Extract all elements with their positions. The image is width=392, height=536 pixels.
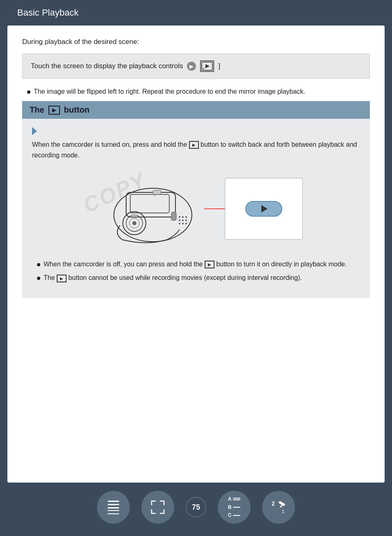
section-header-suffix: button (64, 105, 90, 115)
svg-point-13 (179, 219, 180, 221)
svg-point-11 (182, 216, 184, 218)
svg-point-17 (182, 223, 184, 224)
svg-rect-5 (130, 194, 169, 213)
svg-point-12 (185, 216, 187, 218)
section-header-prefix: The (30, 105, 44, 115)
gray-bullets: When the camcorder is off, you can press… (32, 259, 360, 282)
arrow-right-icon: ▶ (187, 62, 196, 71)
gray-section: When the camcorder is turned on, press a… (22, 119, 370, 298)
expand-button[interactable] (141, 491, 174, 524)
connector-line (204, 208, 225, 209)
svg-point-10 (179, 216, 180, 218)
svg-point-3 (114, 188, 192, 242)
expand-icon (150, 499, 166, 515)
svg-text:1: 1 (282, 509, 284, 514)
bullet-item-recording: The ▶ button cannot be used while record… (37, 274, 360, 282)
connector (204, 208, 225, 209)
menu-button[interactable] (97, 491, 130, 524)
bullet-dot (27, 90, 30, 94)
svg-point-18 (185, 223, 187, 224)
page-number-badge: 75 (186, 497, 206, 518)
inline-play-icon-2: ▶ (205, 261, 214, 268)
bookmark-button[interactable]: 2 1 (262, 491, 295, 524)
bullet-text-off: When the camcorder is off, you can press… (44, 261, 347, 268)
touch-screen-text: Touch the screen to display the playback… (31, 62, 183, 70)
svg-point-14 (182, 219, 184, 221)
svg-rect-19 (171, 212, 176, 220)
svg-rect-4 (126, 192, 175, 217)
page-title: Basic Playback (17, 7, 78, 18)
title-bar: Basic Playback (0, 0, 392, 25)
inline-play-icon-3: ▶ (57, 275, 67, 282)
abc-list-icon: A B C (228, 496, 241, 519)
svg-rect-21 (153, 190, 161, 194)
svg-text:2: 2 (272, 500, 275, 507)
svg-marker-1 (205, 64, 210, 68)
svg-point-16 (179, 223, 180, 224)
svg-line-2 (203, 67, 204, 69)
bullet-item-off: When the camcorder is off, you can press… (37, 261, 360, 268)
abc-index-button[interactable]: A B C (218, 491, 251, 524)
bullet-text-mirror: The image will be flipped left to right.… (34, 88, 305, 95)
bullet-dot-2 (37, 277, 40, 280)
svg-point-15 (185, 219, 187, 221)
gray-section-main-text: When the camcorder is turned on, press a… (32, 139, 360, 160)
inline-play-icon-1: ▶ (189, 141, 199, 149)
touch-screen-box: Touch the screen to display the playback… (22, 53, 370, 79)
intro-text: During playback of the desired scene: (22, 38, 370, 46)
diagram-area: COPY (32, 168, 360, 250)
section-marker (32, 127, 37, 135)
menu-lines-icon (108, 501, 119, 508)
section-wrapper: The ▶ button When the camcorder is turne… (22, 101, 370, 298)
bullet-dot-1 (37, 263, 40, 266)
page-number-area: 75 (186, 497, 206, 518)
page-number: 75 (192, 503, 200, 512)
play-button-icon: ▶ (48, 106, 60, 115)
section-header: The ▶ button (22, 101, 370, 119)
play-triangle-icon (261, 205, 267, 213)
svg-point-9 (132, 221, 136, 225)
svg-line-32 (280, 505, 283, 507)
bullet-text-recording: The ▶ button cannot be used while record… (44, 274, 302, 282)
main-content: During playback of the desired scene: To… (7, 25, 385, 483)
bottom-bar: 75 A B C (0, 483, 392, 536)
camcorder-illustration (89, 168, 212, 250)
play-screen-icon (200, 60, 214, 72)
bracket-text: ] (218, 62, 220, 70)
play-button-oval (245, 201, 282, 217)
bullet-item-mirror: The image will be flipped left to right.… (27, 88, 370, 95)
bookmark-icon: 2 1 (270, 498, 288, 516)
button-callout-box (225, 178, 303, 240)
